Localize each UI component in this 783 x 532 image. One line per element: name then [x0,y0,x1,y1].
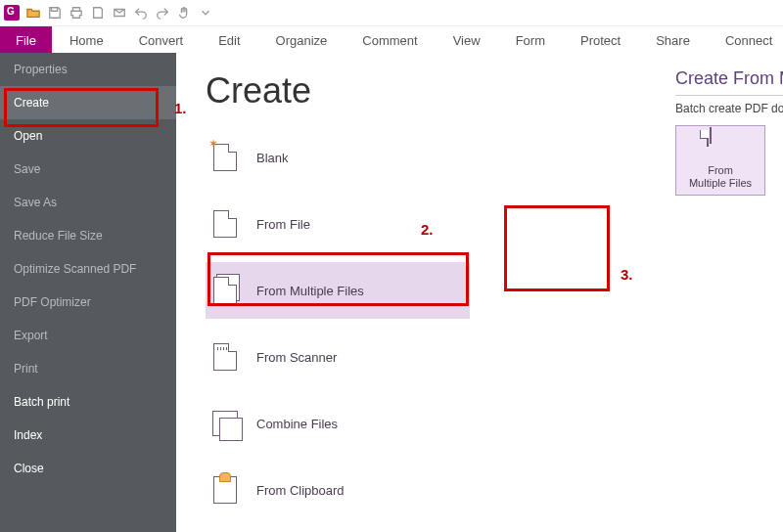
create-option-label: Blank [256,151,289,165]
file-menu-print[interactable]: Print [0,352,176,385]
open-folder-icon[interactable] [25,5,41,21]
tab-share[interactable]: Share [638,26,708,54]
file-menu-save-as[interactable]: Save As [0,186,176,219]
redo-icon[interactable] [155,5,170,21]
tab-comment[interactable]: Comment [345,26,435,54]
create-option-from-scanner[interactable]: From Scanner [206,329,470,385]
tab-form[interactable]: Form [498,26,563,54]
tab-view[interactable]: View [436,26,498,54]
create-option-label: From File [256,217,310,232]
file-menu-properties[interactable]: Properties [0,53,176,86]
file-icon [211,210,239,238]
file-menu-index[interactable]: Index [0,419,176,452]
save-icon[interactable] [47,5,63,21]
tab-convert[interactable]: Convert [121,26,202,54]
create-option-label: From Clipboard [256,483,345,498]
create-options-list: Blank From File From Multiple Files From… [206,129,470,532]
create-option-combine-files[interactable]: Combine Files [206,395,470,452]
file-menu-export[interactable]: Export [0,319,176,352]
tab-protect[interactable]: Protect [563,26,638,54]
create-option-blank[interactable]: Blank [206,129,470,186]
file-menu-open[interactable]: Open [0,119,176,153]
create-panel: Create Blank From File From Multiple Fil… [176,53,783,532]
hand-icon[interactable] [176,5,192,21]
clipboard-icon [211,476,239,504]
file-menu-pdf-optimizer[interactable]: PDF Optimizer [0,286,176,319]
tab-connect[interactable]: Connect [708,26,783,54]
combine-files-icon [211,410,239,437]
multiple-files-icon [707,131,734,160]
create-option-from-web-page[interactable]: From Web Page [206,528,470,532]
file-menu-create[interactable]: Create [0,86,176,119]
page-title: Create [206,70,754,111]
create-option-label: From Scanner [256,350,337,365]
more-dropdown-icon[interactable] [198,5,213,21]
ribbon-tabs: File Home Convert Edit Organize Comment … [0,26,783,55]
file-menu-panel: Properties Create Open Save Save As Redu… [0,53,176,532]
file-menu-optimize-scanned-pdf[interactable]: Optimize Scanned PDF [0,252,176,286]
scanner-icon [211,343,239,371]
file-menu-close[interactable]: Close [0,452,176,485]
file-menu-save[interactable]: Save [0,153,176,186]
file-menu-reduce-file-size[interactable]: Reduce File Size [0,219,176,252]
create-option-from-multiple-files[interactable]: From Multiple Files [206,262,470,319]
button-label: From Multiple Files [689,164,752,189]
create-detail-panel: Create From Multiple Files Batch create … [675,68,783,196]
create-option-from-clipboard[interactable]: From Clipboard [206,462,470,518]
detail-title: Create From Multiple Files [675,68,783,89]
blank-page-icon [211,144,239,171]
mail-icon[interactable] [112,5,127,21]
app-logo-icon [4,5,20,21]
create-option-label: Combine Files [256,417,338,431]
create-option-label: From Multiple Files [256,284,364,298]
tab-edit[interactable]: Edit [201,26,257,54]
print-icon[interactable] [69,5,84,21]
from-multiple-files-button[interactable]: From Multiple Files [675,125,765,196]
page-icon[interactable] [90,5,106,21]
undo-icon[interactable] [133,5,149,21]
create-option-from-file[interactable]: From File [206,196,470,252]
tab-organize[interactable]: Organize [258,26,345,54]
tab-file[interactable]: File [0,26,52,54]
file-menu-batch-print[interactable]: Batch print [0,385,176,419]
divider [675,95,783,96]
detail-subtitle: Batch create PDF documents from multiple… [675,102,783,115]
multiple-files-icon [211,277,239,304]
tab-home[interactable]: Home [52,26,121,54]
quick-access-toolbar [0,0,783,26]
